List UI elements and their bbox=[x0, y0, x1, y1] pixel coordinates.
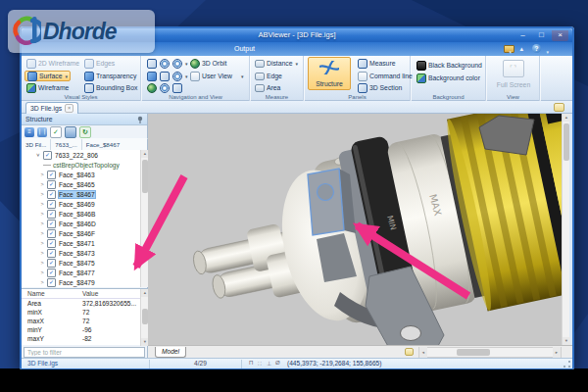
checkbox[interactable]: ✓ bbox=[47, 200, 56, 209]
pan-icon[interactable] bbox=[145, 58, 159, 69]
edges-button[interactable]: Edges bbox=[82, 58, 117, 69]
surface-dropdown-icon[interactable]: ▾ bbox=[65, 74, 68, 79]
checkbox[interactable]: ✓ bbox=[47, 239, 56, 248]
viewport-hscrollbar[interactable]: ◂ ▸ bbox=[418, 347, 562, 358]
snap-icon[interactable]: Π bbox=[249, 360, 253, 366]
tree-row-topology[interactable]: cstBrepObjectTopology bbox=[22, 160, 140, 170]
structure-button[interactable]: Structure bbox=[308, 57, 351, 90]
viewport-vscrollbar[interactable]: ▴ ▾ bbox=[562, 114, 569, 345]
collapse-ribbon-icon[interactable]: ▴ bbox=[519, 44, 523, 54]
scroll-right-icon[interactable]: ▸ bbox=[553, 347, 561, 358]
apply-check-icon[interactable]: ✓ bbox=[50, 126, 62, 138]
close-button[interactable]: × bbox=[552, 30, 568, 41]
scroll-up-icon[interactable]: ▴ bbox=[563, 114, 570, 122]
ortho-icon[interactable]: ⊥ bbox=[267, 360, 271, 367]
tree-row[interactable]: >✓Face_$8465 bbox=[22, 179, 140, 189]
rotate-view-icon[interactable] bbox=[145, 82, 159, 93]
tree-row[interactable]: >✓Face_$8479 bbox=[22, 277, 140, 287]
grid-icon[interactable]: ∷ bbox=[258, 360, 262, 367]
scrollbar-thumb[interactable] bbox=[564, 123, 569, 161]
bounding-box-button[interactable]: Bounding Box bbox=[82, 82, 139, 93]
3d-viewport[interactable]: MIN MAX bbox=[148, 114, 562, 345]
structure-panel-header[interactable]: Structure bbox=[22, 114, 147, 125]
selected-face[interactable] bbox=[308, 169, 344, 235]
transparency-button[interactable]: Transparency bbox=[82, 71, 138, 81]
maximize-button[interactable]: □ bbox=[533, 30, 550, 41]
table-scrollbar[interactable]: ▴ ▾ bbox=[140, 289, 148, 346]
wireframe-button[interactable]: Wireframe bbox=[24, 82, 71, 93]
checkbox[interactable]: ✓ bbox=[47, 210, 56, 219]
expander-icon[interactable]: > bbox=[35, 152, 41, 158]
area-button[interactable]: Area bbox=[253, 82, 282, 93]
tree-row[interactable]: >✓Face_$8477 bbox=[22, 268, 140, 277]
tree-row[interactable]: >✓Face_$8469 bbox=[22, 199, 140, 209]
zoom-extents-icon[interactable] bbox=[158, 71, 172, 81]
user-view-button[interactable]: User View bbox=[188, 71, 234, 81]
document-tab[interactable]: 3D File.igs × bbox=[25, 102, 78, 114]
checkbox[interactable]: ✓ bbox=[47, 229, 56, 238]
tree-row[interactable]: >✓Face_$8463 bbox=[22, 170, 140, 179]
tree-row-root[interactable]: > ✓ 7633_222_806 bbox=[22, 150, 140, 160]
table-row[interactable]: minX72 bbox=[22, 308, 140, 317]
3d-section-button[interactable]: 3D Section bbox=[356, 82, 404, 93]
surface-button[interactable]: Surface▾ bbox=[24, 71, 71, 81]
breadcrumb-file[interactable]: 3D Fil... bbox=[22, 139, 51, 150]
checkbox[interactable]: ✓ bbox=[43, 151, 52, 160]
measure-panel-button[interactable]: Measure bbox=[356, 58, 397, 69]
tree-row[interactable]: >✓Face_$846D bbox=[22, 219, 140, 228]
layout-columns-icon[interactable]: ❘❘ bbox=[37, 127, 47, 137]
3d-orbit-button[interactable]: 3D Orbit bbox=[188, 58, 228, 69]
scroll-left-icon[interactable]: ◂ bbox=[419, 347, 427, 358]
viewport-flag-icon[interactable] bbox=[554, 103, 564, 112]
document-tab-close-icon[interactable]: × bbox=[65, 104, 74, 113]
table-row[interactable]: maxY-82 bbox=[22, 334, 140, 343]
tree-row[interactable]: >✓Face_$846B bbox=[22, 209, 140, 219]
view-dropdown-icon[interactable]: ▾ bbox=[241, 74, 244, 79]
checkbox[interactable]: ✓ bbox=[47, 259, 56, 268]
help-icon[interactable]: ? bbox=[532, 44, 541, 53]
previous-view-icon[interactable] bbox=[145, 71, 159, 81]
black-background-button[interactable]: Black Background bbox=[415, 60, 484, 71]
refresh-structure-icon[interactable]: ↻ bbox=[79, 126, 91, 138]
tree-row[interactable]: >✓Face_$8475 bbox=[22, 258, 140, 268]
breadcrumb-part[interactable]: 7633_... bbox=[51, 139, 81, 150]
2d-wireframe-button[interactable]: 2D Wireframe bbox=[24, 58, 81, 69]
zoom-in-icon[interactable]: ▾ bbox=[171, 58, 190, 69]
layout-rows-icon[interactable]: ≡ bbox=[24, 127, 34, 137]
zoom-window-icon[interactable] bbox=[158, 58, 172, 69]
table-row[interactable]: Area372,8169320655... bbox=[22, 299, 140, 308]
tree-row[interactable]: >✓Face_$8471 bbox=[22, 238, 140, 248]
draw-icon[interactable]: Ø bbox=[275, 360, 280, 366]
table-row[interactable]: minY-96 bbox=[22, 325, 140, 334]
checkbox[interactable]: ✓ bbox=[47, 171, 56, 179]
tree-row-selected[interactable]: >✓Face_$8467 bbox=[22, 189, 140, 199]
filter-input[interactable] bbox=[24, 347, 145, 358]
background-color-button[interactable]: Background color bbox=[415, 73, 482, 83]
distance-button[interactable]: Distance▾ bbox=[253, 58, 300, 69]
checkbox[interactable]: ✓ bbox=[47, 269, 56, 277]
tree-scrollbar[interactable]: ▴ bbox=[140, 150, 148, 287]
checkbox[interactable]: ✓ bbox=[47, 278, 56, 287]
full-screen-button[interactable]: ⌜⌝ Full Screen bbox=[495, 57, 532, 90]
minimize-button[interactable]: – bbox=[514, 30, 531, 41]
command-line-button[interactable]: Command line bbox=[356, 71, 415, 81]
checkbox[interactable]: ✓ bbox=[47, 220, 56, 228]
scrollbar-thumb[interactable] bbox=[457, 349, 490, 356]
visibility-icon[interactable] bbox=[158, 82, 172, 93]
breadcrumb-face[interactable]: Face_$8467 bbox=[82, 139, 123, 150]
tab-output[interactable]: Output bbox=[229, 42, 260, 55]
checkbox[interactable]: ✓ bbox=[47, 190, 56, 199]
tab-model[interactable]: Model bbox=[155, 347, 186, 358]
save-structure-icon[interactable] bbox=[65, 126, 76, 138]
edge-button[interactable]: Edge bbox=[253, 71, 284, 81]
table-row[interactable]: maxX72 bbox=[22, 317, 140, 325]
layout-options-icon[interactable] bbox=[405, 348, 414, 356]
resize-grip[interactable] bbox=[564, 361, 570, 368]
checkbox[interactable]: ✓ bbox=[47, 249, 56, 258]
pin-icon[interactable] bbox=[136, 116, 144, 123]
tree-row[interactable]: >✓Face_$8473 bbox=[22, 248, 140, 258]
zoom-out-icon[interactable]: ▾ bbox=[171, 71, 190, 81]
scroll-down-icon[interactable]: ▾ bbox=[563, 337, 570, 345]
tree-row[interactable]: >✓Face_$846F bbox=[22, 228, 140, 238]
checkbox[interactable]: ✓ bbox=[47, 180, 56, 189]
